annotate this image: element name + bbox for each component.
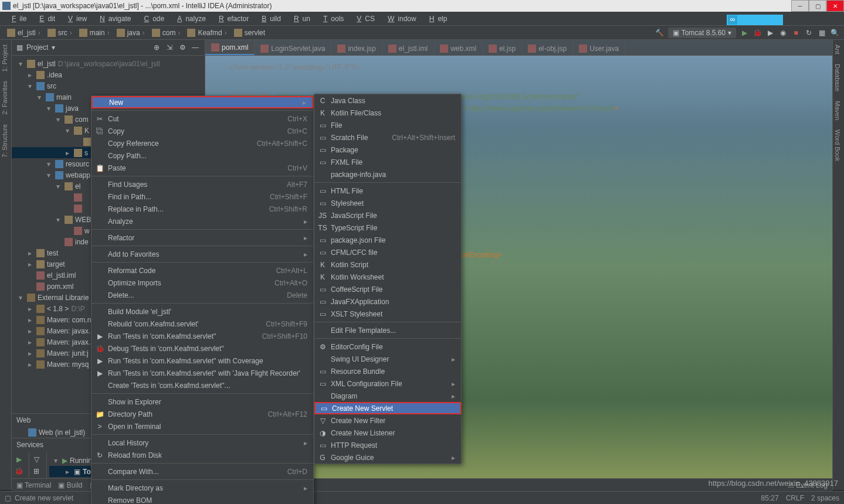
menu-item[interactable]: Analyze▸ xyxy=(91,215,313,227)
menu-run[interactable]: Run xyxy=(287,13,314,24)
breadcrumb-item[interactable]: src › xyxy=(45,29,74,37)
menu-item[interactable]: 📁Directory PathCtrl+Alt+F12 xyxy=(91,408,313,420)
profile-icon[interactable]: ◉ xyxy=(778,28,788,38)
tool-window-tab[interactable]: 7: Structure xyxy=(0,120,9,162)
menu-build[interactable]: Build xyxy=(255,13,284,24)
menu-view[interactable]: View xyxy=(61,13,90,24)
run-icon[interactable]: ▶ xyxy=(14,455,23,464)
menu-item[interactable]: ▭package.json File xyxy=(314,234,461,246)
minimize-button[interactable]: ─ xyxy=(791,0,809,12)
tool-window-tab[interactable]: Maven xyxy=(833,96,842,125)
menu-item[interactable]: ▭Resource Bundle xyxy=(314,365,461,377)
run-config-selector[interactable]: ▣ Tomcat 8.5.60 ▾ xyxy=(668,28,736,38)
menu-item[interactable]: Optimize ImportsCtrl+Alt+O xyxy=(91,277,313,289)
breadcrumb-item[interactable]: el_jstl › xyxy=(5,29,43,37)
run-icon[interactable]: ▶ xyxy=(740,28,749,38)
menu-item[interactable]: >Open in Terminal xyxy=(91,420,313,433)
menu-item[interactable]: Reformat CodeCtrl+Alt+L xyxy=(91,264,313,277)
menu-item[interactable]: New▸ xyxy=(91,96,313,108)
coverage-icon[interactable]: ▶ xyxy=(765,28,775,38)
breadcrumb-item[interactable]: java › xyxy=(114,29,147,37)
menu-refactor[interactable]: Refactor xyxy=(212,13,252,24)
menu-item[interactable]: ▭Scratch FileCtrl+Alt+Shift+Insert xyxy=(314,131,461,144)
menu-tools[interactable]: Tools xyxy=(316,13,347,24)
menu-item[interactable]: Compare With...Ctrl+D xyxy=(91,465,313,478)
menu-item[interactable]: Find in Path...Ctrl+Shift+F xyxy=(91,190,313,203)
stop-icon[interactable]: ■ xyxy=(791,28,801,38)
menu-item[interactable]: ✂CutCtrl+X xyxy=(91,113,313,125)
menu-item[interactable]: Diagram▸ xyxy=(314,390,461,402)
menu-item[interactable]: ▭CoffeeScript File xyxy=(314,283,461,295)
menu-item[interactable]: Refactor▸ xyxy=(91,231,313,244)
menu-item[interactable]: CJava Class xyxy=(314,94,461,107)
menu-item[interactable]: ▭CFML/CFC file xyxy=(314,246,461,258)
menu-vcs[interactable]: VCS xyxy=(350,13,378,24)
debug-icon[interactable]: 🐞 xyxy=(14,466,23,476)
menu-item[interactable]: KKotlin Worksheet xyxy=(314,271,461,283)
close-button[interactable]: ✕ xyxy=(826,0,844,12)
menu-item[interactable]: ▭File xyxy=(314,119,461,131)
menu-item[interactable]: ▭JavaFXApplication xyxy=(314,295,461,308)
editor-tab[interactable]: el_jstl.iml xyxy=(382,42,434,55)
tool-window-tab[interactable]: Word Book xyxy=(833,125,842,166)
gear-icon[interactable]: ⚙ xyxy=(178,43,187,52)
menu-item[interactable]: ▭HTTP Request xyxy=(314,439,461,451)
editor-tab[interactable]: el.jsp xyxy=(483,42,522,55)
breadcrumb-item[interactable]: com › xyxy=(150,29,183,37)
update-icon[interactable]: ↻ xyxy=(804,28,814,38)
menu-item[interactable]: Delete...Delete xyxy=(91,289,313,301)
menu-item[interactable]: Edit File Templates... xyxy=(314,324,461,336)
tree-item[interactable]: ▾src xyxy=(12,80,205,91)
editor-tab[interactable]: pom.xml xyxy=(205,41,255,55)
menu-code[interactable]: Code xyxy=(137,13,168,24)
menu-item[interactable]: ⚙EditorConfig File xyxy=(314,340,461,353)
menu-item[interactable]: ▶Run 'Tests in 'com.Keafmd.servlet'' wit… xyxy=(91,367,313,379)
editor-tab[interactable]: index.jsp xyxy=(331,42,382,55)
tree-item[interactable]: ▾el_jstl D:\java_workspace\java01\el_jst… xyxy=(12,58,205,69)
tool-window-tab[interactable]: Ant xyxy=(833,40,842,59)
tool-window-tab[interactable]: Database xyxy=(833,59,842,96)
status-item[interactable]: 85:27 xyxy=(761,494,779,502)
tool-window-tab[interactable]: 2: Favorites xyxy=(0,76,9,119)
menu-item[interactable]: JSJavaScript File xyxy=(314,209,461,222)
status-item[interactable]: 2 spaces xyxy=(811,494,839,502)
menu-item[interactable]: ▭Create New Servlet xyxy=(314,402,461,414)
menu-item[interactable]: ↻Reload from Disk xyxy=(91,449,313,461)
search-icon[interactable]: 🔍 xyxy=(830,28,839,38)
menu-item[interactable]: ◑Create New Listener xyxy=(314,427,461,439)
status-item[interactable]: CRLF xyxy=(786,494,804,502)
menu-item[interactable]: Build Module 'el_jstl' xyxy=(91,305,313,318)
hide-icon[interactable]: — xyxy=(191,43,200,52)
menu-item[interactable]: Replace in Path...Ctrl+Shift+R xyxy=(91,203,313,215)
maximize-button[interactable]: ▢ xyxy=(809,0,826,12)
locate-icon[interactable]: ⊕ xyxy=(152,43,161,52)
menu-item[interactable]: package-info.java xyxy=(314,168,461,181)
menu-item[interactable]: Rebuild 'com.Keafmd.servlet'Ctrl+Shift+F… xyxy=(91,318,313,330)
expand-icon[interactable]: ⇲ xyxy=(165,43,174,52)
menu-edit[interactable]: Edit xyxy=(32,13,59,24)
debug-icon[interactable]: 🐞 xyxy=(753,28,762,38)
menu-item[interactable]: 🐞Debug 'Tests in 'com.Keafmd.servlet'' xyxy=(91,342,313,355)
structure-icon[interactable]: ▦ xyxy=(817,28,826,38)
menu-item[interactable]: ▶Run 'Tests in 'com.Keafmd.servlet'' wit… xyxy=(91,355,313,367)
editor-tab[interactable]: web.xml xyxy=(434,42,483,55)
menu-item[interactable]: Show in Explorer xyxy=(91,396,313,408)
menu-item[interactable]: ⿻CopyCtrl+C xyxy=(91,125,313,137)
editor-tab[interactable]: LoginServlet.java xyxy=(255,42,331,55)
menu-item[interactable]: ▭HTML File xyxy=(314,185,461,197)
menu-item[interactable]: Copy ReferenceCtrl+Alt+Shift+C xyxy=(91,137,313,149)
menu-analyze[interactable]: Analyze xyxy=(170,13,209,24)
bottom-tab[interactable]: ▣ Terminal xyxy=(16,481,51,489)
menu-item[interactable]: Add to Favorites▸ xyxy=(91,248,313,260)
menu-item[interactable]: TSTypeScript File xyxy=(314,222,461,234)
menu-item[interactable]: ▭Package xyxy=(314,144,461,156)
cloud-sync-indicator[interactable]: ∞ xyxy=(727,15,783,25)
menu-item[interactable]: Mark Directory as▸ xyxy=(91,482,313,494)
tool-window-tab[interactable]: 1: Project xyxy=(0,40,9,76)
tree-icon[interactable]: ⊞ xyxy=(32,466,41,476)
bottom-tab[interactable]: ▣ Build xyxy=(58,481,82,489)
menu-help[interactable]: Help xyxy=(422,13,451,24)
breadcrumb-item[interactable]: main › xyxy=(77,29,112,37)
menu-item[interactable]: Local History▸ xyxy=(91,437,313,449)
menu-item[interactable]: 📋PasteCtrl+V xyxy=(91,162,313,174)
